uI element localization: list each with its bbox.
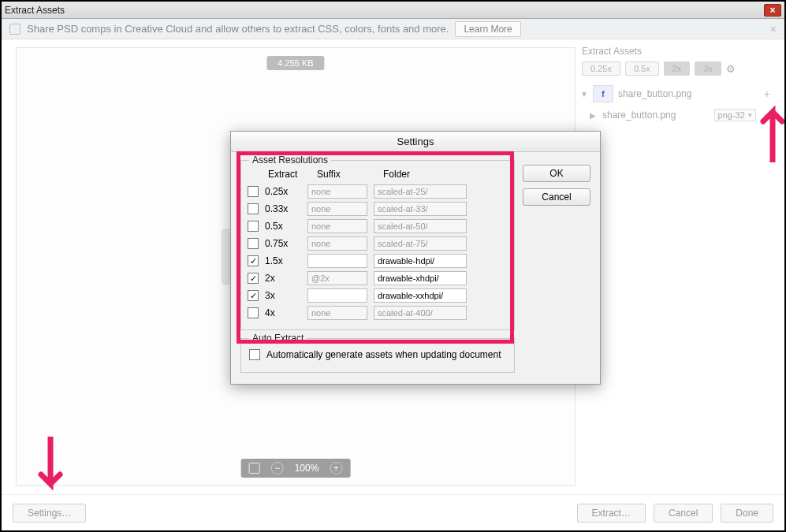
resolution-scale-label: 2x xyxy=(265,273,301,284)
resolution-scale-label: 0.5x xyxy=(265,221,301,232)
side-panel: Extract Assets 0.25x 0.5x 2x 3x ⚙ ▼ f sh… xyxy=(579,46,772,125)
dialog-cancel-button[interactable]: Cancel xyxy=(523,188,590,206)
scale-3x[interactable]: 3x xyxy=(695,61,721,76)
folder-input[interactable] xyxy=(374,288,467,303)
suffix-input[interactable] xyxy=(307,202,367,216)
gear-icon[interactable]: ⚙ xyxy=(726,63,737,74)
scale-025x[interactable]: 0.25x xyxy=(582,61,620,76)
asset-row-parent[interactable]: ▼ f share_button.png + xyxy=(579,82,772,106)
add-asset-icon[interactable]: + xyxy=(764,87,770,100)
scale-05x[interactable]: 0.5x xyxy=(625,61,659,76)
hdr-suffix: Suffix xyxy=(317,169,383,180)
zoom-out-button[interactable]: − xyxy=(271,462,284,474)
zoom-toolbar: − 100% + xyxy=(241,459,351,478)
asset-resolutions-group: Asset Resolutions Extract Suffix Folder … xyxy=(240,160,515,330)
resolution-checkbox[interactable] xyxy=(248,221,259,232)
group-legend: Auto Extract xyxy=(249,333,307,344)
extract-button[interactable]: Extract… xyxy=(577,504,646,523)
side-panel-header: Extract Assets xyxy=(579,46,772,57)
resolution-checkbox[interactable] xyxy=(248,273,259,284)
settings-dialog: Settings Asset Resolutions Extract Suffi… xyxy=(230,131,601,385)
scale-2x[interactable]: 2x xyxy=(664,61,691,76)
promo-text: Share PSD comps in Creative Cloud and al… xyxy=(27,23,449,35)
bottom-toolbar: Settings… Extract… Cancel Done xyxy=(2,494,784,530)
column-headers: Extract Suffix Folder xyxy=(248,167,508,183)
folder-input[interactable] xyxy=(374,219,467,233)
ok-button[interactable]: OK xyxy=(523,165,590,182)
cancel-bottom-button[interactable]: Cancel xyxy=(654,504,713,523)
asset-name: share_button.png xyxy=(602,110,710,121)
folder-input[interactable] xyxy=(374,184,467,199)
resolution-row: 3x xyxy=(248,287,508,304)
resolution-checkbox[interactable] xyxy=(248,255,259,266)
settings-button[interactable]: Settings… xyxy=(13,504,86,523)
window-title: Extract Assets xyxy=(5,5,764,16)
disclosure-right-icon[interactable]: ▶ xyxy=(590,111,598,120)
resolution-scale-label: 4x xyxy=(265,307,301,318)
resolution-checkbox[interactable] xyxy=(248,238,259,249)
fit-icon[interactable] xyxy=(249,463,260,474)
suffix-input[interactable] xyxy=(307,219,367,233)
hdr-folder: Folder xyxy=(383,169,508,180)
hdr-extract: Extract xyxy=(268,169,317,180)
asset-thumb-facebook-icon: f xyxy=(593,85,613,102)
zoom-value: 100% xyxy=(295,463,319,474)
remove-asset-icon[interactable]: − xyxy=(764,109,770,121)
zoom-in-button[interactable]: + xyxy=(330,462,342,474)
promo-checkbox[interactable] xyxy=(9,24,20,35)
resolution-checkbox[interactable] xyxy=(248,186,259,197)
resolution-checkbox[interactable] xyxy=(248,290,259,301)
asset-row-child[interactable]: ▶ share_button.png png-32 − xyxy=(579,106,772,125)
suffix-input[interactable] xyxy=(307,254,367,268)
auto-extract-group: Auto Extract Automatically generate asse… xyxy=(240,338,515,373)
suffix-input[interactable] xyxy=(307,271,367,285)
auto-extract-label: Automatically generate assets when updat… xyxy=(266,348,501,361)
resolution-checkbox[interactable] xyxy=(248,203,259,214)
suffix-input[interactable] xyxy=(307,184,367,199)
resolution-scale-label: 0.75x xyxy=(265,238,301,249)
resolution-row: 0.33x xyxy=(248,200,508,218)
disclosure-down-icon[interactable]: ▼ xyxy=(580,90,588,99)
resolution-row: 2x xyxy=(248,270,508,287)
resolution-scale-label: 3x xyxy=(265,290,301,301)
resolution-row: 0.75x xyxy=(248,235,508,252)
resolution-row: 1.5x xyxy=(248,252,508,270)
format-select[interactable]: png-32 xyxy=(714,109,756,121)
filesize-chip: 4.255 KB xyxy=(266,56,324,70)
dialog-title: Settings xyxy=(231,132,600,152)
folder-input[interactable] xyxy=(374,254,467,268)
window-titlebar: Extract Assets × xyxy=(2,2,784,19)
resolution-scale-label: 1.5x xyxy=(265,255,301,266)
folder-input[interactable] xyxy=(374,306,467,320)
promo-dismiss-icon[interactable]: × xyxy=(770,23,777,35)
resolution-scale-label: 0.25x xyxy=(265,186,301,197)
suffix-input[interactable] xyxy=(307,236,367,251)
resolution-scale-label: 0.33x xyxy=(265,203,301,214)
group-legend: Asset Resolutions xyxy=(249,154,331,166)
folder-input[interactable] xyxy=(374,271,467,285)
resolution-row: 0.25x xyxy=(248,183,508,200)
resolution-checkbox[interactable] xyxy=(248,307,259,318)
suffix-input[interactable] xyxy=(307,288,367,303)
done-button[interactable]: Done xyxy=(721,504,773,523)
scale-button-row: 0.25x 0.5x 2x 3x ⚙ xyxy=(579,61,772,76)
suffix-input[interactable] xyxy=(307,306,367,320)
resolution-row: 0.5x xyxy=(248,218,508,235)
promo-banner: Share PSD comps in Creative Cloud and al… xyxy=(2,19,784,39)
learn-more-button[interactable]: Learn More xyxy=(455,21,520,37)
folder-input[interactable] xyxy=(374,236,467,251)
auto-extract-checkbox[interactable] xyxy=(249,349,260,360)
window-close-button[interactable]: × xyxy=(764,4,781,17)
folder-input[interactable] xyxy=(374,202,467,216)
resolution-row: 4x xyxy=(248,304,508,322)
asset-name: share_button.png xyxy=(618,88,759,99)
